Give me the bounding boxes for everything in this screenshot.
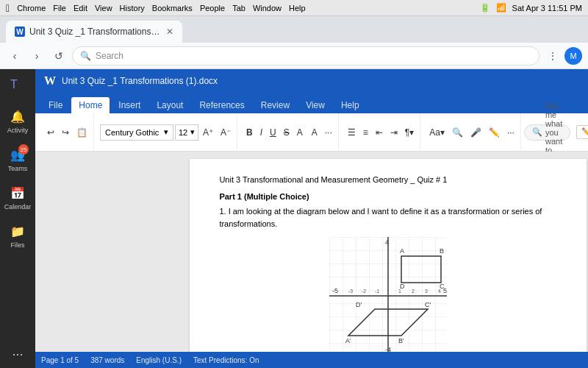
word-logo: W [44, 74, 56, 88]
tab-view[interactable]: View [298, 97, 332, 113]
draw-button[interactable]: ✏️ [486, 126, 503, 139]
search-icon: 🔍 [80, 51, 91, 61]
redo-button[interactable]: ↪ [59, 126, 72, 139]
sidebar-item-files[interactable]: 📁 Files [4, 218, 32, 253]
mac-menu-bar:  Chrome File Edit View History Bookmark… [6, 2, 306, 14]
nav-back-button[interactable]: ‹ [6, 47, 24, 65]
chrome-toolbar: ‹ › ↺ 🔍 Search ⋮ M [0, 43, 588, 69]
wifi-icon: 📶 [496, 3, 506, 13]
teams-sidebar: T 🔔 Activity 👥 Teams 25 📅 Calendar 📁 Fil… [0, 69, 35, 368]
more-ribbon-button[interactable]: ··· [504, 126, 517, 139]
tab-review[interactable]: Review [254, 97, 297, 113]
undo-button[interactable]: ↩ [44, 126, 57, 139]
battery-icon: 🔋 [480, 3, 490, 13]
doc-part: Part 1 (Multiple Choice) [219, 191, 557, 203]
styles-button[interactable]: Aa▾ [426, 126, 448, 139]
menu-file[interactable]: File [53, 4, 66, 13]
bold-button[interactable]: B [243, 126, 256, 139]
mac-topbar:  Chrome File Edit View History Bookmark… [0, 0, 588, 16]
menu-tab[interactable]: Tab [232, 4, 245, 13]
tab-help[interactable]: Help [334, 97, 367, 113]
ribbon-tabs: File Home Insert Layout References Revie… [35, 93, 588, 113]
list-button[interactable]: ☰ [345, 126, 359, 139]
app-container: T 🔔 Activity 👥 Teams 25 📅 Calendar 📁 Fil… [0, 69, 588, 368]
font-grow-button[interactable]: A⁺ [200, 126, 216, 139]
indent-right-button[interactable]: ⇥ [387, 126, 401, 139]
menu-help[interactable]: Help [289, 4, 306, 13]
teams-label: Teams [8, 165, 28, 172]
menu-window[interactable]: Window [253, 4, 282, 13]
font-color-button[interactable]: A [294, 126, 307, 139]
strikethrough-button[interactable]: S [281, 126, 293, 139]
tab-file[interactable]: File [41, 97, 70, 113]
svg-text:A: A [400, 247, 404, 255]
word-count: 387 words [90, 356, 124, 364]
tab-favicon: W [15, 26, 25, 37]
doc-area[interactable]: Unit 3 Transformational and Measurement … [35, 152, 588, 352]
editing-badge[interactable]: ✏️ Editing ▾ [576, 125, 588, 139]
voice-button[interactable]: 🎤 [467, 126, 484, 139]
word-filename: Unit 3 Quiz _1 Transformations (1).docx [62, 76, 588, 86]
tab-references[interactable]: References [192, 97, 251, 113]
find-button[interactable]: 🔍 [449, 126, 466, 139]
underline-button[interactable]: U [267, 126, 279, 139]
teams-badge: 25 [18, 144, 29, 155]
nav-forward-button[interactable]: › [28, 47, 46, 65]
apple-menu[interactable]:  [6, 2, 10, 14]
text-predictions: Text Predictions: On [193, 356, 259, 364]
calendar-label: Calendar [4, 203, 32, 210]
svg-text:-1: -1 [375, 289, 379, 294]
numbered-list-button[interactable]: ≡ [360, 126, 371, 139]
sidebar-item-calendar[interactable]: 📅 Calendar [4, 180, 32, 215]
menu-edit[interactable]: Edit [74, 4, 87, 13]
chrome-icons: ⋮ M [544, 47, 582, 65]
user-avatar[interactable]: M [564, 47, 582, 65]
clipboard-button[interactable]: 📋 [74, 126, 90, 139]
word-titlebar: W Unit 3 Quiz _1 Transformations (1).doc… [35, 69, 588, 93]
svg-text:C': C' [425, 301, 431, 308]
svg-text:-2: -2 [362, 289, 366, 294]
styles-group: Aa▾ 🔍 🎤 ✏️ ··· [423, 113, 521, 151]
chrome-tab[interactable]: W Unit 3 Quiz _1 Transformations (1).doc… [6, 21, 182, 43]
menu-chrome[interactable]: Chrome [17, 4, 46, 13]
svg-text:-3: -3 [348, 289, 353, 294]
datetime: Sat Apr 3 11:51 PM [512, 4, 582, 13]
extensions-icon[interactable]: ⋮ [544, 47, 562, 65]
highlight-button[interactable]: A [309, 126, 320, 139]
more-format-button[interactable]: ··· [322, 126, 335, 139]
font-size-text: 12 [179, 128, 187, 137]
menu-people[interactable]: People [200, 4, 225, 13]
sidebar-item-activity[interactable]: 🔔 Activity [4, 103, 32, 138]
font-shrink-button[interactable]: A⁻ [218, 126, 234, 139]
language-indicator: English (U.S.) [136, 356, 182, 364]
chrome-tabbar: W Unit 3 Quiz _1 Transformations (1).doc… [0, 16, 588, 43]
svg-text:2: 2 [412, 289, 415, 294]
question-1: 1. I am looking at the diagram below and… [219, 205, 557, 230]
italic-button[interactable]: I [257, 126, 265, 139]
pencil-icon: ✏️ [581, 127, 588, 137]
tab-layout[interactable]: Layout [149, 97, 190, 113]
address-bar[interactable]: 🔍 Search [72, 46, 539, 66]
tab-title: Unit 3 Quiz _1 Transformations (1).docx [29, 26, 162, 37]
teams-logo: T [6, 72, 29, 96]
indent-left-button[interactable]: ⇤ [373, 126, 386, 139]
font-size-selector[interactable]: 12 ▾ [175, 124, 198, 141]
tell-me-input[interactable]: 🔍 Tell me what you want to do [524, 124, 570, 141]
svg-text:A': A' [345, 337, 351, 344]
menu-bookmarks[interactable]: Bookmarks [152, 4, 193, 13]
svg-text:B: B [440, 247, 444, 255]
font-name-selector[interactable]: Century Gothic ▾ [100, 124, 173, 141]
calendar-icon: 📅 [9, 184, 26, 202]
doc-page: Unit 3 Transformational and Measurement … [190, 159, 587, 352]
menu-view[interactable]: View [95, 4, 112, 13]
menu-history[interactable]: History [120, 4, 145, 13]
paragraph-settings-button[interactable]: ¶▾ [402, 126, 417, 139]
tab-insert[interactable]: Insert [111, 97, 148, 113]
tab-home[interactable]: Home [71, 97, 110, 113]
tab-close-button[interactable]: ✕ [166, 26, 173, 37]
svg-text:C: C [440, 283, 445, 290]
sidebar-item-teams[interactable]: 👥 Teams 25 [4, 141, 32, 177]
nav-refresh-button[interactable]: ↺ [50, 47, 68, 65]
svg-text:-4: -4 [385, 346, 391, 352]
sidebar-more-button[interactable]: ··· [4, 340, 32, 368]
